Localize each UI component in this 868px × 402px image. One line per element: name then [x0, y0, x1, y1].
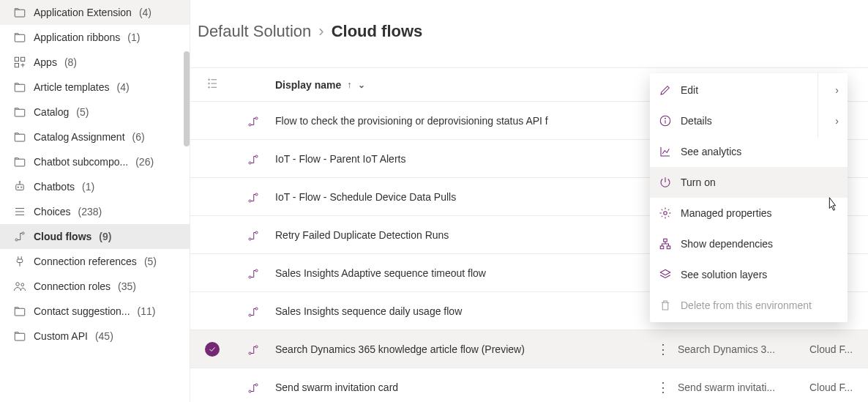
tree-icon [659, 237, 672, 250]
ctx-item-label: Managed properties [681, 207, 839, 219]
layers-icon [659, 268, 672, 281]
ctx-managed-properties[interactable]: Managed properties [650, 198, 848, 228]
info-icon [659, 114, 672, 127]
folder-icon [13, 105, 26, 119]
chart-icon [659, 145, 672, 158]
ctx-turn-on[interactable]: Turn on [650, 167, 848, 198]
ctx-item-label: See analytics [681, 146, 839, 157]
sidebar-item-label: Connection references [34, 256, 137, 267]
sidebar-item-label: Contact suggestion... [34, 305, 130, 317]
sidebar-item-choices[interactable]: Choices (238) [0, 199, 190, 224]
row-col-3: Cloud F... [809, 381, 868, 393]
sidebar-item-custom-api[interactable]: Custom API (45) [0, 324, 190, 349]
scrollbar-thumb[interactable] [184, 51, 190, 146]
folder-icon [13, 81, 26, 94]
sidebar-item-application-ribbons[interactable]: Application ribbons (1) [0, 25, 190, 50]
flow-icon [247, 229, 258, 241]
sidebar-item-count: (35) [118, 280, 136, 292]
flow-icon [247, 305, 258, 317]
row-col-2: Search Dynamics 3... [678, 343, 809, 355]
column-header-display-name[interactable]: Display name ↑ ⌄ [271, 79, 648, 91]
pencil-icon [659, 83, 672, 97]
sidebar-item-label: Cloud flows [34, 231, 91, 242]
ctx-see-analytics[interactable]: See analytics [650, 136, 848, 167]
chevron-down-icon: ⌄ [358, 80, 365, 90]
sidebar-item-count: (1) [82, 181, 94, 193]
sidebar-item-count: (26) [135, 156, 154, 168]
ctx-delete-from-this-environment: Delete from this environment [650, 290, 848, 321]
sidebar-item-chatbot-subcompo[interactable]: Chatbot subcompo... (26) [0, 149, 190, 174]
select-all-toggle-icon[interactable] [206, 77, 219, 92]
row-display-name: IoT - Flow - Parent IoT Alerts [271, 153, 648, 165]
ctx-item-label: Edit [681, 84, 826, 96]
sidebar-item-count: (9) [99, 231, 111, 242]
people-icon [13, 280, 26, 293]
gear-icon [659, 206, 672, 220]
table-row[interactable]: Search Dynamics 365 knowledge article fl… [190, 330, 868, 368]
list-icon [13, 205, 26, 218]
flow-icon [247, 115, 258, 127]
sidebar-item-application-extension[interactable]: Application Extension (4) [0, 0, 190, 25]
breadcrumb: Default Solution › Cloud flows [198, 22, 868, 67]
svg-point-0 [209, 79, 210, 81]
sidebar-item-label: Catalog Assignment [34, 131, 125, 143]
sidebar-item-count: (8) [64, 56, 77, 68]
row-col-2: Send swarm invitati... [678, 381, 809, 393]
sidebar-item-apps[interactable]: Apps (8) [0, 50, 190, 75]
ctx-see-solution-layers[interactable]: See solution layers [650, 259, 848, 290]
sidebar-item-catalog[interactable]: Catalog (5) [0, 100, 190, 124]
table-row[interactable]: Send swarm invitation card⋮Send swarm in… [190, 368, 868, 402]
chevron-right-icon: › [318, 22, 323, 41]
sidebar-item-chatbots[interactable]: Chatbots (1) [0, 174, 190, 199]
flow-icon [247, 191, 258, 203]
sidebar-item-label: Custom API [34, 330, 88, 342]
ctx-item-label: Show dependencies [681, 238, 839, 250]
chevron-right-icon: › [835, 115, 839, 127]
row-more-button[interactable]: ⋮ [656, 343, 670, 356]
flow-icon [247, 267, 258, 279]
plug-icon [13, 255, 26, 268]
breadcrumb-current: Cloud flows [332, 22, 423, 41]
sidebar-item-label: Application Extension [34, 7, 132, 18]
sidebar-item-count: (1) [127, 31, 140, 43]
sidebar-item-catalog-assignment[interactable]: Catalog Assignment (6) [0, 124, 190, 149]
ctx-show-dependencies[interactable]: Show dependencies [650, 228, 848, 259]
row-more-button[interactable]: ⋮ [656, 381, 670, 394]
row-display-name: Sales Insights sequence daily usage flow [271, 305, 648, 317]
ctx-item-label: Turn on [681, 176, 839, 188]
row-checked-icon[interactable] [205, 342, 220, 357]
sidebar-item-count: (4) [139, 7, 151, 18]
chevron-right-icon: › [835, 84, 839, 96]
folder-icon [13, 155, 26, 168]
sidebar-item-connection-roles[interactable]: Connection roles (35) [0, 274, 190, 299]
sidebar-item-count: (5) [144, 256, 157, 267]
flow-icon [247, 153, 258, 165]
row-col-3: Cloud F... [809, 343, 868, 355]
sidebar-item-count: (5) [76, 106, 89, 118]
sidebar-item-cloud-flows[interactable]: Cloud flows (9) [0, 224, 190, 249]
sidebar-item-label: Application ribbons [34, 31, 120, 43]
row-display-name: IoT - Flow - Schedule Device Data Pulls [271, 191, 648, 203]
trash-icon [659, 299, 672, 312]
flow-icon [247, 381, 258, 393]
row-display-name: Sales Insights Adaptive sequence timeout… [271, 267, 648, 279]
breadcrumb-parent[interactable]: Default Solution [198, 22, 311, 41]
sidebar-item-count: (11) [138, 305, 156, 317]
sidebar: Application Extension (4)Application rib… [0, 0, 190, 402]
power-icon [659, 176, 672, 189]
svg-point-2 [209, 87, 210, 89]
folder-icon [13, 130, 26, 144]
row-display-name: Send swarm invitation card [271, 381, 648, 393]
context-menu: Edit›Details›See analyticsTurn onManaged… [650, 73, 848, 322]
svg-point-1 [209, 83, 210, 84]
sidebar-item-contact-suggestion[interactable]: Contact suggestion... (11) [0, 299, 190, 324]
cursor-pointer-icon [824, 196, 840, 212]
sidebar-item-label: Connection roles [34, 280, 111, 292]
sidebar-item-article-templates[interactable]: Article templates (4) [0, 75, 190, 100]
sidebar-item-count: (6) [132, 131, 145, 143]
row-display-name: Flow to check the provisioning or deprov… [271, 115, 648, 127]
ctx-item-label: Details [681, 115, 826, 127]
sidebar-item-count: (4) [116, 81, 129, 93]
sidebar-item-label: Catalog [34, 106, 69, 118]
sidebar-item-connection-references[interactable]: Connection references (5) [0, 249, 190, 274]
